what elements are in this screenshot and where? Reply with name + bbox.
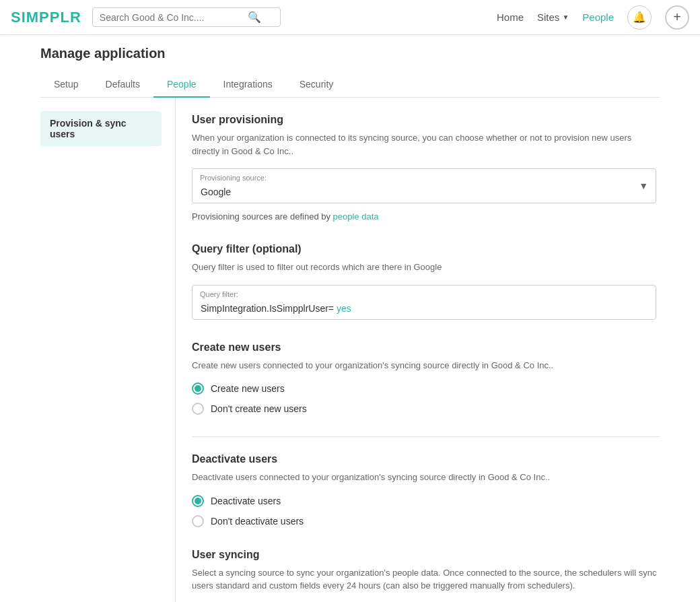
create-new-users-radio-label: Create new users bbox=[211, 383, 285, 394]
dont-deactivate-users-radio-label: Don't deactivate users bbox=[211, 516, 304, 527]
main-content: User provisioning When your organization… bbox=[175, 98, 660, 602]
query-filter-display[interactable]: SimpIntegration.IsSimpplrUser= yes bbox=[192, 285, 656, 320]
user-provisioning-desc: When your organization is connected to i… bbox=[192, 131, 660, 158]
deactivate-users-title: Deactivate users bbox=[192, 453, 660, 465]
page-header: Manage application Setup Defaults People… bbox=[0, 35, 700, 98]
sidebar: Provision & sync users bbox=[40, 98, 175, 602]
dont-deactivate-users-radio-item[interactable]: Don't deactivate users bbox=[192, 515, 660, 527]
people-data-link[interactable]: people data bbox=[333, 211, 379, 222]
content-area: Provision & sync users User provisioning… bbox=[0, 98, 700, 602]
deactivate-users-radio-label: Deactivate users bbox=[211, 496, 281, 506]
user-syncing-desc: Select a syncing source to sync your org… bbox=[192, 566, 660, 593]
deactivate-users-desc: Deactivate users connected to your organ… bbox=[192, 471, 660, 484]
app-logo: SIMPPLR bbox=[11, 9, 81, 26]
header-nav: Home Sites ▼ People 🔔 + bbox=[497, 5, 689, 30]
provisioning-source-label: Provisioning source: bbox=[200, 174, 267, 182]
search-input[interactable] bbox=[100, 12, 248, 23]
provisioning-note: Provisioning sources are defined by peop… bbox=[192, 211, 660, 222]
query-filter-label: Query filter: bbox=[200, 290, 238, 298]
query-filter-section: Query filter (optional) Query filter is … bbox=[192, 243, 660, 320]
dont-create-new-users-radio-label: Don't create new users bbox=[211, 403, 307, 414]
dont-create-new-users-radio-item[interactable]: Don't create new users bbox=[192, 403, 660, 415]
sidebar-item-provision-sync-users[interactable]: Provision & sync users bbox=[40, 111, 162, 146]
search-icon-button[interactable]: 🔍 bbox=[248, 11, 261, 24]
nav-home[interactable]: Home bbox=[497, 11, 524, 23]
dont-create-new-users-radio-circle[interactable] bbox=[192, 403, 204, 415]
tab-integrations[interactable]: Integrations bbox=[210, 72, 286, 98]
create-new-users-desc: Create new users connected to your organ… bbox=[192, 359, 660, 372]
tabs-bar: Setup Defaults People Integrations Secur… bbox=[40, 72, 660, 98]
notification-bell-button[interactable]: 🔔 bbox=[627, 5, 652, 30]
deactivate-users-radio-circle[interactable] bbox=[192, 495, 204, 507]
tab-security[interactable]: Security bbox=[286, 72, 347, 98]
add-button[interactable]: + bbox=[665, 5, 689, 30]
create-new-users-radio-group: Create new users Don't create new users bbox=[192, 382, 660, 415]
provisioning-source-wrapper: Provisioning source: Google Okta Azure A… bbox=[192, 168, 656, 203]
create-new-users-radio-circle[interactable] bbox=[192, 382, 204, 395]
filter-value-plain: SimpIntegration.IsSimpplrUser= bbox=[201, 303, 337, 314]
tab-setup[interactable]: Setup bbox=[40, 72, 92, 98]
nav-people[interactable]: People bbox=[582, 11, 614, 23]
create-new-users-section: Create new users Create new users connec… bbox=[192, 341, 660, 415]
chevron-down-icon: ▼ bbox=[562, 13, 569, 21]
main-wrapper: Manage application Setup Defaults People… bbox=[0, 35, 700, 602]
create-new-users-radio-item[interactable]: Create new users bbox=[192, 382, 660, 395]
dont-deactivate-users-radio-circle[interactable] bbox=[192, 515, 204, 527]
query-filter-wrapper: Query filter: SimpIntegration.IsSimpplrU… bbox=[192, 285, 656, 320]
deactivate-users-radio-group: Deactivate users Don't deactivate users bbox=[192, 495, 660, 527]
filter-value-highlight: yes bbox=[337, 303, 351, 314]
query-filter-desc: Query filter is used to filter out recor… bbox=[192, 261, 660, 274]
user-syncing-section: User syncing Select a syncing source to … bbox=[192, 549, 660, 603]
user-syncing-title: User syncing bbox=[192, 549, 660, 561]
nav-sites[interactable]: Sites ▼ bbox=[537, 11, 569, 23]
create-new-users-title: Create new users bbox=[192, 341, 660, 354]
nav-sites-label: Sites bbox=[537, 11, 559, 23]
user-provisioning-title: User provisioning bbox=[192, 114, 660, 126]
user-provisioning-section: User provisioning When your organization… bbox=[192, 114, 660, 222]
deactivate-users-radio-item[interactable]: Deactivate users bbox=[192, 495, 660, 507]
query-filter-title: Query filter (optional) bbox=[192, 243, 660, 255]
tab-defaults[interactable]: Defaults bbox=[92, 72, 153, 98]
search-box[interactable]: 🔍 bbox=[92, 7, 281, 27]
app-header: SIMPPLR 🔍 Home Sites ▼ People 🔔 + bbox=[0, 0, 700, 35]
section-divider-1 bbox=[192, 436, 660, 437]
page-title: Manage application bbox=[40, 46, 660, 61]
tab-people[interactable]: People bbox=[153, 72, 210, 98]
deactivate-users-section: Deactivate users Deactivate users connec… bbox=[192, 453, 660, 527]
